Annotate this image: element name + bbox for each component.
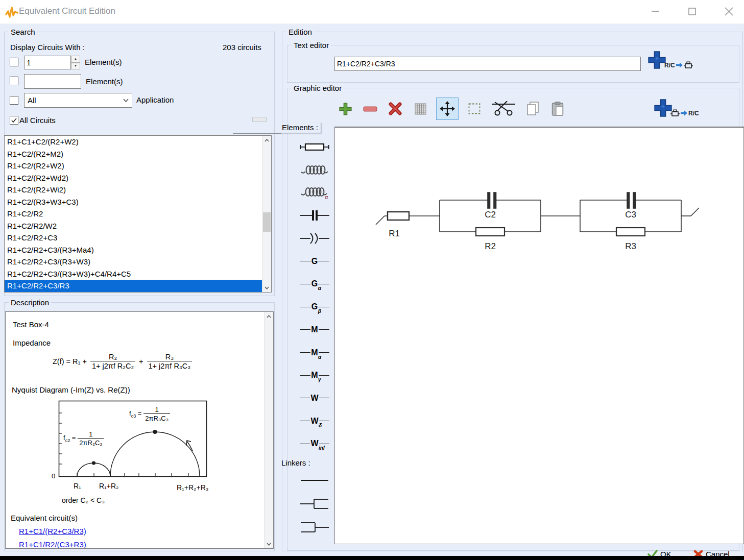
minimize-icon (652, 11, 659, 12)
label-r2: R2 (485, 241, 496, 251)
window-title: Equivalent Circuit Edition (19, 6, 115, 16)
display-circuits-label: Display Circuits With : (10, 43, 85, 52)
grid-button[interactable] (411, 100, 429, 118)
element-count-2-checkbox[interactable] (10, 77, 18, 85)
element-w[interactable]: W (295, 387, 334, 410)
element-count-1-input[interactable] (24, 56, 71, 69)
all-circuits-checkbox[interactable] (10, 116, 18, 125)
element-count-1-checkbox[interactable] (10, 58, 18, 66)
application-label: Application (136, 95, 174, 104)
elements-row2-label: Element(s) (86, 77, 123, 86)
equivalent-circuit-link-2[interactable]: R1+C1/R2/(C3+R3) (19, 540, 86, 549)
remove-element-button[interactable] (361, 100, 379, 118)
circuit-list-item[interactable]: R1+C2/R2/W2 (5, 220, 262, 232)
circuit-list-item[interactable]: R1+C2/R2+C3/(R3+W3)+C4/R4+C5 (5, 268, 262, 280)
linker-merge[interactable] (295, 516, 334, 539)
element-g-alpha[interactable]: Gα (295, 273, 334, 296)
add-element-button[interactable] (336, 100, 354, 118)
element-w-delta[interactable]: Wδ (295, 409, 334, 432)
graphic-canvas[interactable]: R1 C2 R2 C3 R3 (334, 127, 744, 544)
chevron-down-icon (123, 99, 129, 102)
element-m-alpha[interactable]: Mα (295, 341, 334, 364)
equivalent-circuit-link-1[interactable]: R1+C1/(R2+C3/R3) (19, 527, 86, 535)
close-icon (725, 7, 733, 16)
circuit-list-item[interactable]: R1+C2/(R2+Wi2) (5, 184, 262, 196)
copy-button[interactable] (523, 100, 542, 118)
spinner-down-icon[interactable]: ▼ (71, 63, 80, 70)
rc-caption: R/C (664, 62, 675, 69)
circuit-list-scrollbar[interactable] (262, 136, 271, 292)
circuit-list-item[interactable]: R1+C2/(R2+M2) (5, 148, 262, 160)
circuit-text-input[interactable] (334, 57, 641, 71)
circuit-list-item[interactable]: R1+C2/(R2+W2) (5, 160, 262, 172)
scroll-thumb[interactable] (263, 212, 271, 232)
circuit-list-item[interactable]: R1+C2/R2 (5, 208, 262, 220)
impedance-formula: Z(f) = R₁ + R₂ 1+ j2πf R₂C₂ + R₃ 1+ j2πf… (53, 353, 192, 370)
circuit-list-item-selected[interactable]: R1+C2/R2+C3/R3 (5, 280, 262, 292)
description-scrollbar[interactable] (264, 312, 273, 548)
text-to-graphic-button[interactable]: R/C (647, 51, 693, 69)
circuit-list-item[interactable]: R1+C2/R2+C3 (5, 232, 262, 244)
formula-lhs: Z(f) = R₁ + (53, 357, 87, 366)
element-m-gamma[interactable]: Mγ (295, 364, 334, 387)
element-count-spinner[interactable]: ▲ ▼ (71, 56, 80, 69)
cut-button[interactable] (490, 100, 517, 118)
element-resistor[interactable] (295, 136, 334, 159)
close-button[interactable] (717, 3, 740, 19)
move-arrows-icon (440, 101, 455, 116)
graphic-to-text-plus-icon (654, 99, 673, 117)
circuit-list-item[interactable]: R1+C1+C2/(R2+W2) (5, 136, 262, 148)
circuit-list-item[interactable]: R1+C2/R2+C3/(R3+Ma4) (5, 244, 262, 256)
graphic-circuit-mini-icon (670, 109, 680, 117)
minimize-button[interactable] (643, 3, 667, 19)
selection-rectangle-icon (468, 103, 481, 114)
spinner-up-icon[interactable]: ▲ (71, 56, 80, 63)
application-checkbox[interactable] (10, 96, 18, 105)
graphic-to-text-button[interactable]: R/C (654, 99, 699, 117)
application-dropdown[interactable]: All (24, 93, 132, 108)
arrow-right-icon (681, 110, 687, 116)
circuit-list-item[interactable]: R1+C2/(R2+Wd2) (5, 172, 262, 184)
description-title: Test Box-4 (13, 320, 49, 329)
maximize-button[interactable] (680, 3, 704, 19)
element-count-2-input[interactable] (24, 74, 81, 89)
scroll-down-icon (265, 286, 269, 289)
scroll-down-button[interactable] (265, 540, 273, 548)
add-plus-icon (339, 102, 352, 116)
rubber-band-select-button[interactable] (465, 100, 484, 118)
element-capacitor[interactable] (295, 204, 334, 227)
delete-button[interactable] (386, 100, 404, 118)
elements-palette: α G Gα Gβ M Mα Mγ W Wδ (295, 136, 334, 455)
edition-group-label: Edition (286, 28, 314, 36)
impedance-label: Impedance (13, 338, 51, 347)
linker-split[interactable] (295, 492, 334, 516)
circuit-list-item[interactable]: R1+C2/R2+C3/(R3+W3) (5, 256, 262, 268)
linker-wire[interactable] (295, 469, 334, 492)
fc3-point (153, 430, 157, 434)
element-inductor-alpha[interactable]: α (295, 181, 334, 204)
collapse-handle-button[interactable] (252, 117, 267, 122)
element-w-inf[interactable]: Winf (295, 432, 334, 455)
element-inductor[interactable] (295, 159, 334, 182)
app-waveform-icon (5, 5, 18, 19)
element-g[interactable]: G (295, 250, 334, 273)
arrow-right-icon (676, 62, 683, 68)
scroll-up-button[interactable] (262, 136, 271, 144)
circuit-list-item[interactable]: R1+C2/(R3+W3+C3) (5, 196, 262, 208)
text-to-graphic-plus-icon (647, 51, 666, 69)
scroll-up-button[interactable] (265, 312, 273, 321)
resistor-icon (300, 142, 329, 152)
paste-button[interactable] (548, 100, 567, 118)
x-tick-r1r2: R₁+R₂ (99, 482, 119, 490)
cpe-icon (300, 232, 329, 245)
scroll-down-button[interactable] (262, 283, 271, 292)
element-m[interactable]: M (295, 319, 334, 342)
move-tool-button[interactable] (436, 98, 459, 120)
inductor-alpha-icon: α (300, 186, 329, 200)
circuit-list[interactable]: R1+C1+C2/(R2+W2) R1+C2/(R2+M2) R1+C2/(R2… (4, 135, 272, 293)
copy-icon (526, 102, 539, 116)
fc3-label: fc3 = 12πR₃C₃ (129, 406, 170, 422)
element-cpe[interactable] (295, 227, 334, 250)
graphic-editor-group-label: Graphic editor (292, 84, 344, 92)
element-g-beta[interactable]: Gβ (295, 296, 334, 319)
